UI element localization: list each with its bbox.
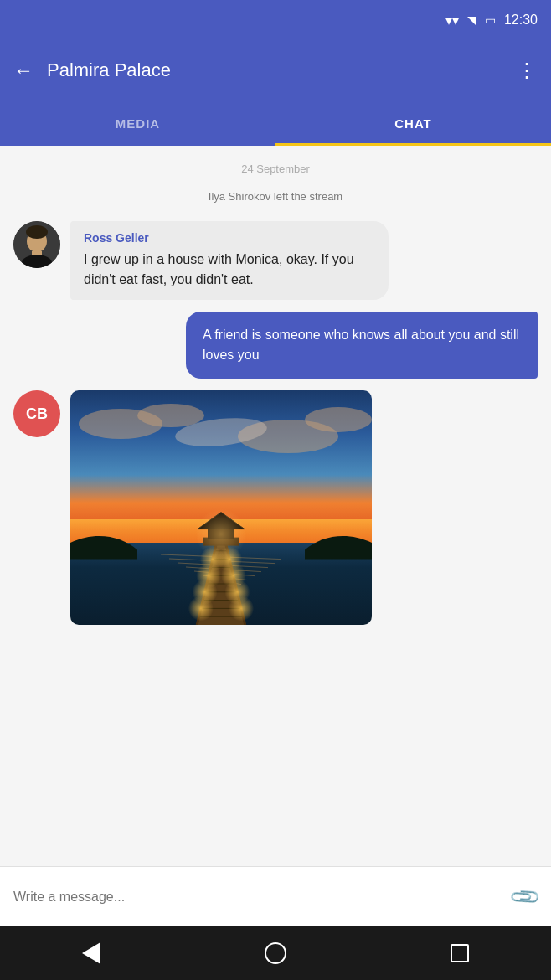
screen-title: Palmira Palace: [47, 59, 503, 81]
battery-icon: ▭: [485, 13, 496, 27]
avatar-cb: CB: [13, 390, 60, 437]
signal-icon: ◥: [467, 13, 476, 27]
system-message: Ilya Shirokov left the stream: [13, 190, 538, 203]
message-input[interactable]: [13, 890, 502, 905]
sender-name-1: Ross Geller: [84, 231, 375, 245]
bubble-left-1: Ross Geller I grew up in a house with Mo…: [70, 221, 389, 300]
wifi-icon: ▾▾: [445, 13, 459, 28]
tab-chat[interactable]: CHAT: [276, 101, 551, 146]
bubble-right-2: A friend is someone who knows all about …: [186, 312, 538, 379]
recents-button[interactable]: [451, 944, 469, 962]
avatar-image-ross: [13, 221, 60, 268]
back-button[interactable]: [82, 942, 100, 964]
back-icon[interactable]: ←: [13, 59, 33, 82]
chat-area: 24 September Ilya Shirokov left the stre…: [0, 146, 551, 900]
tab-media[interactable]: MEDIA: [0, 101, 276, 146]
message-row-1: Ross Geller I grew up in a house with Mo…: [13, 221, 538, 300]
message-row-2: A friend is someone who knows all about …: [13, 312, 538, 379]
status-bar: ▾▾ ◥ ▭ 12:30: [0, 0, 551, 40]
attach-icon[interactable]: 📎: [507, 879, 542, 914]
home-button[interactable]: [265, 942, 286, 964]
msg-text-1: I grew up in a house with Monica, okay. …: [84, 250, 375, 290]
status-time: 12:30: [504, 13, 538, 28]
date-label: 24 September: [13, 162, 538, 175]
image-bubble[interactable]: [70, 390, 372, 625]
message-row-3: CB: [13, 390, 538, 625]
system-action: left the stream: [274, 190, 342, 203]
more-icon[interactable]: ⋮: [517, 59, 538, 82]
svg-point-2: [26, 225, 48, 239]
top-bar: ← Palmira Palace ⋮: [0, 40, 551, 101]
bottom-nav: [0, 926, 551, 980]
input-bar: 📎: [0, 866, 551, 926]
tab-bar: MEDIA CHAT: [0, 101, 551, 146]
system-user: Ilya Shirokov: [209, 190, 270, 203]
pier-image: [70, 390, 372, 625]
avatar-ross: [13, 221, 60, 268]
